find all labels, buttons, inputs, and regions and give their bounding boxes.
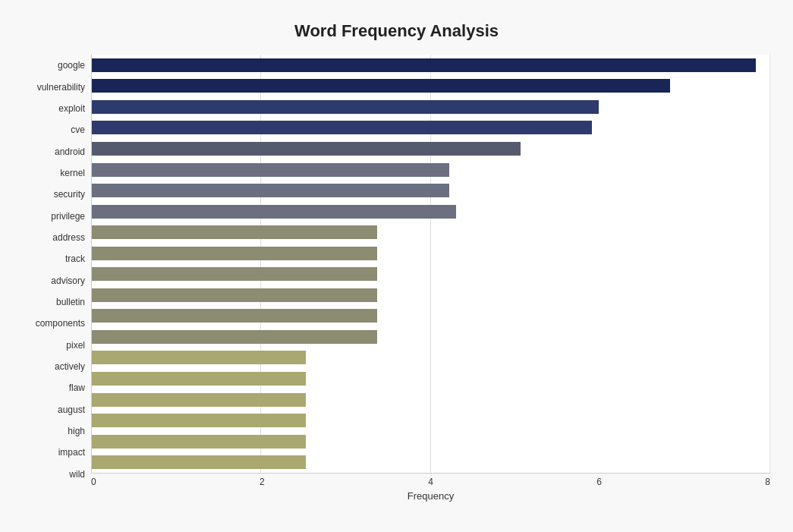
bar bbox=[92, 330, 377, 344]
x-tick: 2 bbox=[260, 477, 265, 487]
x-axis-label: Frequency bbox=[91, 490, 770, 502]
y-label: august bbox=[58, 405, 85, 414]
y-label: flaw bbox=[69, 383, 85, 392]
y-label: cve bbox=[71, 125, 85, 134]
bar-row bbox=[92, 329, 770, 345]
y-label: actively bbox=[55, 362, 85, 371]
x-tick: 4 bbox=[428, 477, 433, 487]
bar-row bbox=[92, 141, 770, 156]
chart-title: Word Frequency Analysis bbox=[294, 21, 499, 41]
bar-row bbox=[92, 225, 770, 240]
bar bbox=[92, 455, 306, 469]
bar-row bbox=[92, 371, 770, 386]
bar-row bbox=[92, 413, 770, 428]
y-label: vulnerability bbox=[37, 83, 85, 92]
y-label: kernel bbox=[60, 168, 85, 178]
bars-section: 02468 Frequency bbox=[91, 55, 770, 502]
bar-row bbox=[92, 434, 770, 449]
bar-row bbox=[92, 455, 770, 470]
bar-row bbox=[92, 308, 770, 323]
y-label: address bbox=[52, 233, 85, 242]
bar-row bbox=[92, 120, 770, 135]
bar bbox=[92, 79, 670, 93]
y-label: bulletin bbox=[56, 297, 85, 307]
y-label: track bbox=[65, 254, 85, 263]
bar bbox=[92, 100, 599, 114]
bar-row bbox=[92, 266, 770, 282]
x-axis-ticks: 02468 bbox=[91, 474, 770, 487]
x-tick: 8 bbox=[765, 477, 770, 487]
bar bbox=[92, 267, 377, 281]
x-tick: 6 bbox=[596, 477, 602, 487]
bar bbox=[92, 205, 456, 219]
bar-row bbox=[92, 58, 770, 73]
y-label: security bbox=[54, 190, 85, 199]
bar bbox=[92, 414, 306, 427]
bar bbox=[92, 142, 521, 156]
x-tick: 0 bbox=[91, 477, 96, 487]
bar-row bbox=[92, 78, 770, 93]
chart-area: googlevulnerabilityexploitcveandroidkern… bbox=[23, 55, 770, 502]
bar bbox=[92, 225, 377, 239]
bar bbox=[92, 309, 377, 323]
y-label: privilege bbox=[51, 212, 85, 221]
y-label: exploit bbox=[58, 104, 85, 113]
bar bbox=[92, 393, 306, 407]
bar-row bbox=[92, 246, 770, 261]
bar bbox=[92, 288, 377, 302]
y-label: high bbox=[68, 427, 85, 436]
bar-row bbox=[92, 99, 770, 115]
y-label: advisory bbox=[51, 276, 85, 285]
y-label: impact bbox=[58, 448, 85, 457]
bar bbox=[92, 372, 306, 386]
bar-row bbox=[92, 183, 770, 198]
bar bbox=[92, 351, 306, 364]
y-axis-labels: googlevulnerabilityexploitcveandroidkern… bbox=[23, 55, 91, 502]
bar-row bbox=[92, 392, 770, 408]
bar bbox=[92, 435, 306, 449]
bar bbox=[92, 247, 377, 260]
y-label: android bbox=[55, 147, 85, 156]
bar bbox=[92, 163, 449, 177]
bar-row bbox=[92, 204, 770, 219]
bar bbox=[92, 121, 592, 134]
y-label: google bbox=[58, 61, 85, 70]
y-label: components bbox=[36, 319, 85, 328]
bar-row bbox=[92, 288, 770, 303]
y-label: pixel bbox=[66, 341, 85, 350]
bar-row bbox=[92, 350, 770, 365]
bars-container bbox=[91, 55, 770, 474]
y-label: wild bbox=[69, 470, 85, 479]
bar bbox=[92, 58, 756, 72]
bar-row bbox=[92, 162, 770, 178]
bar bbox=[92, 184, 449, 197]
